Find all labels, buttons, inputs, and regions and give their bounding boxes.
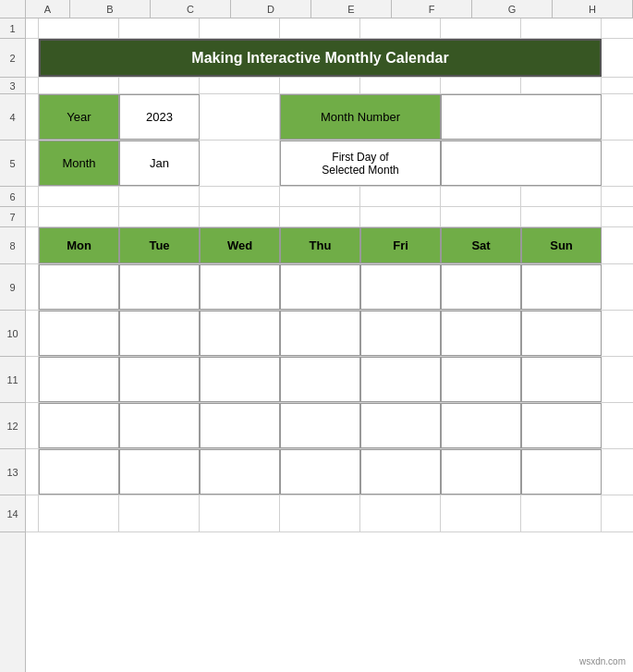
row-num-8: 8 <box>0 227 25 264</box>
month-number-value[interactable] <box>441 94 602 140</box>
cell-g7[interactable] <box>441 207 521 226</box>
month-value[interactable]: Jan <box>119 141 200 186</box>
cell-h7[interactable] <box>521 207 602 226</box>
cal-cell-d10[interactable] <box>200 311 280 356</box>
col-header-f: F <box>392 0 472 18</box>
cal-cell-g10[interactable] <box>441 311 521 356</box>
cell-c14[interactable] <box>119 495 200 531</box>
year-value[interactable]: 2023 <box>119 94 200 140</box>
cal-cell-h13[interactable] <box>521 449 602 495</box>
cell-b3[interactable] <box>39 78 119 93</box>
cell-a9[interactable] <box>26 264 39 310</box>
cell-e1[interactable] <box>280 18 360 38</box>
cell-c7[interactable] <box>119 207 200 226</box>
cal-cell-b13[interactable] <box>39 449 119 495</box>
cal-header-mon-text: Mon <box>67 238 91 252</box>
cal-cell-f11[interactable] <box>360 357 441 402</box>
month-number-label-text: Month Number <box>321 110 400 124</box>
cell-a1[interactable] <box>26 18 39 38</box>
cell-a3[interactable] <box>26 78 39 93</box>
cal-cell-c9[interactable] <box>119 264 200 310</box>
cell-f7[interactable] <box>360 207 441 226</box>
cell-a7[interactable] <box>26 207 39 226</box>
cal-cell-f10[interactable] <box>360 311 441 356</box>
cell-f1[interactable] <box>360 18 441 38</box>
cal-cell-c10[interactable] <box>119 311 200 356</box>
cal-cell-c13[interactable] <box>119 449 200 495</box>
cal-cell-c12[interactable] <box>119 403 200 448</box>
cell-h6[interactable] <box>521 187 602 206</box>
cal-cell-f12[interactable] <box>360 403 441 448</box>
cell-a14[interactable] <box>26 495 39 531</box>
cell-e14[interactable] <box>280 495 360 531</box>
spreadsheet-title: Making Interactive Monthly Calendar <box>191 50 448 67</box>
cell-h14[interactable] <box>521 495 602 531</box>
cell-d1[interactable] <box>200 18 280 38</box>
cell-g1[interactable] <box>441 18 521 38</box>
cell-c3[interactable] <box>119 78 200 93</box>
cell-f3[interactable] <box>360 78 441 93</box>
cell-g14[interactable] <box>441 495 521 531</box>
cal-cell-b9[interactable] <box>39 264 119 310</box>
cal-cell-h11[interactable] <box>521 357 602 402</box>
grid-row-14 <box>26 495 633 532</box>
cell-d6[interactable] <box>200 187 280 206</box>
cell-a2[interactable] <box>26 39 39 77</box>
cell-a10[interactable] <box>26 311 39 356</box>
cell-e6[interactable] <box>280 187 360 206</box>
cell-h3[interactable] <box>521 78 602 93</box>
cal-cell-d9[interactable] <box>200 264 280 310</box>
cell-a6[interactable] <box>26 187 39 206</box>
cell-d5[interactable] <box>200 141 280 186</box>
cell-g3[interactable] <box>441 78 521 93</box>
cell-d14[interactable] <box>200 495 280 531</box>
cal-cell-c11[interactable] <box>119 357 200 402</box>
cell-f14[interactable] <box>360 495 441 531</box>
cal-cell-e9[interactable] <box>280 264 360 310</box>
cal-cell-f13[interactable] <box>360 449 441 495</box>
cell-d4[interactable] <box>200 94 280 140</box>
cal-cell-f9[interactable] <box>360 264 441 310</box>
cal-cell-g12[interactable] <box>441 403 521 448</box>
cell-d7[interactable] <box>200 207 280 226</box>
cell-a4[interactable] <box>26 94 39 140</box>
cal-cell-e10[interactable] <box>280 311 360 356</box>
cal-cell-d12[interactable] <box>200 403 280 448</box>
cal-cell-d11[interactable] <box>200 357 280 402</box>
cell-c6[interactable] <box>119 187 200 206</box>
cell-b7[interactable] <box>39 207 119 226</box>
cal-header-mon: Mon <box>39 227 119 263</box>
cal-cell-b10[interactable] <box>39 311 119 356</box>
cal-cell-e11[interactable] <box>280 357 360 402</box>
cal-cell-h12[interactable] <box>521 403 602 448</box>
cell-e3[interactable] <box>280 78 360 93</box>
cal-cell-b12[interactable] <box>39 403 119 448</box>
cell-f6[interactable] <box>360 187 441 206</box>
cal-cell-d13[interactable] <box>200 449 280 495</box>
cell-b6[interactable] <box>39 187 119 206</box>
cal-cell-g9[interactable] <box>441 264 521 310</box>
cell-a12[interactable] <box>26 403 39 448</box>
first-day-value[interactable] <box>441 141 602 186</box>
cell-d3[interactable] <box>200 78 280 93</box>
row-num-11: 11 <box>0 357 25 403</box>
cell-h1[interactable] <box>521 18 602 38</box>
cell-a11[interactable] <box>26 357 39 402</box>
cal-cell-e12[interactable] <box>280 403 360 448</box>
cell-e7[interactable] <box>280 207 360 226</box>
cell-b1[interactable] <box>39 18 119 38</box>
cell-g6[interactable] <box>441 187 521 206</box>
cal-cell-g13[interactable] <box>441 449 521 495</box>
cal-cell-g11[interactable] <box>441 357 521 402</box>
cell-a13[interactable] <box>26 449 39 495</box>
cal-cell-h10[interactable] <box>521 311 602 356</box>
cell-b14[interactable] <box>39 495 119 531</box>
row-num-6: 6 <box>0 187 25 207</box>
cal-cell-e13[interactable] <box>280 449 360 495</box>
cell-c1[interactable] <box>119 18 200 38</box>
cell-a5[interactable] <box>26 141 39 186</box>
cal-header-thu: Thu <box>280 227 360 263</box>
cal-cell-h9[interactable] <box>521 264 602 310</box>
cal-cell-b11[interactable] <box>39 357 119 402</box>
cell-a8[interactable] <box>26 227 39 263</box>
